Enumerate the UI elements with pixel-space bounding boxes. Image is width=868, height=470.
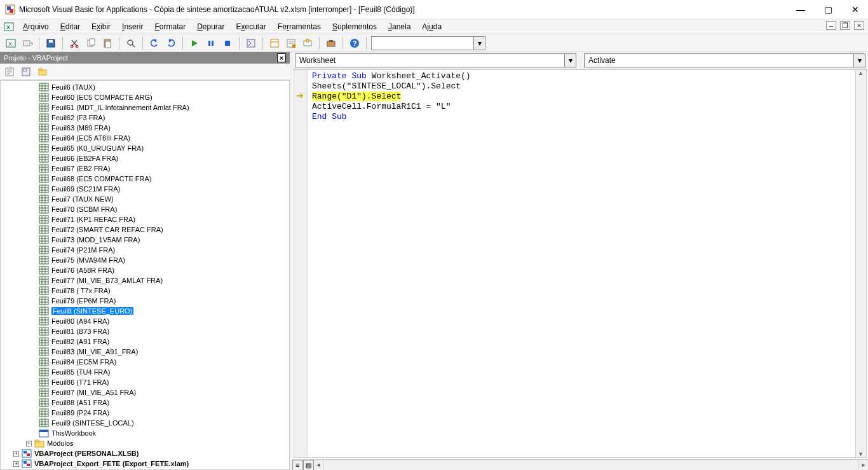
scroll-left-button[interactable]: ◄ [314,462,323,468]
worksheet-icon [39,144,49,153]
tree-item-sheet[interactable]: Feuil66 (EB2FA FRA) [2,153,288,163]
view-object-button[interactable] [19,65,33,79]
tree-item-sheet[interactable]: Feuil63 (M69 FRA) [2,123,288,133]
tree-item-sheet[interactable]: Feuil83 (MI_VIE_A91_FRA) [2,347,288,357]
tree-item-sheet[interactable]: Feuil82 (A91 FRA) [2,336,288,347]
tree-item-sheet[interactable]: Feuil9 (SINTESE_LOCAL) [2,418,288,428]
menu-ajuda[interactable]: Ajuda [417,21,447,32]
tree-item-sheet[interactable]: ThisWorkbook [2,428,288,438]
tree-item-project[interactable]: +VBAProject (PERSONAL.XLSB) [2,448,288,459]
tree-item-sheet[interactable]: Feuil71 (KP1 REFAC FRA) [2,214,288,225]
tree-item-sheet[interactable]: Feuil87 (MI_VIE_A51 FRA) [2,387,288,397]
tree-item-sheet[interactable]: Feuil74 (P21M FRA) [2,245,288,255]
expand-icon[interactable]: + [13,451,19,457]
worksheet-icon [39,337,49,346]
tree-item-sheet[interactable]: Feuil60 (EC5 COMPACTE ARG) [2,92,288,102]
tree-item-sheet[interactable]: Feuil78 ( T7x FRA) [2,286,288,296]
expand-icon[interactable]: + [26,441,32,446]
vertical-scrollbar[interactable] [855,70,866,457]
minimize-button[interactable]: — [792,4,809,15]
menu-inserir[interactable]: Inserir [117,21,148,32]
tree-item-sheet[interactable]: Feuil81 (B73 FRA) [2,326,288,336]
tree-item-sheet[interactable]: Feuil86 (T71 FRA) [2,377,288,387]
close-button[interactable]: ✕ [848,4,863,15]
view-code-button[interactable] [3,65,17,79]
reset-button[interactable] [220,36,234,50]
tree-item-project[interactable]: +VBAProject_Export_FETE (Export_FETE.xla… [2,459,288,469]
menu-exibir[interactable]: Exibir [86,21,116,32]
tree-item-sheet[interactable]: Feuil75 (MVA94M FRA) [2,255,288,265]
menu-janela[interactable]: Janela [383,21,416,32]
tree-item-sheet[interactable]: Feuil8 (SINTESE_EURO) [2,306,288,316]
mdi-restore-button[interactable]: ❐ [840,21,850,30]
project-tree[interactable]: Feuil6 (TAUX)Feuil60 (EC5 COMPACTE ARG)F… [0,80,290,470]
tree-item-sheet[interactable]: Feuil68 (EC5 COMPACTE FRA) [2,174,288,184]
view-excel-button[interactable]: X [4,36,18,50]
tree-item-label: Feuil80 (A94 FRA) [51,317,109,325]
paste-button[interactable] [100,36,114,50]
help-button[interactable]: ? [348,36,362,50]
tree-item-sheet[interactable]: Feuil6 (TAUX) [2,82,288,92]
tree-item-sheet[interactable]: Feuil73 (MOD_1V5AM FRA) [2,235,288,245]
tree-item-sheet[interactable]: Feuil65 (K0_URUGUAY FRA) [2,143,288,153]
project-panel-close-button[interactable]: × [277,53,286,62]
code-text[interactable]: Private Sub Worksheet_Activate() Sheets(… [308,70,855,457]
procedure-combo[interactable]: Activate ▾ [584,53,865,67]
mdi-minimize-button[interactable]: – [826,21,836,30]
run-button[interactable] [187,36,201,50]
full-module-view-button[interactable]: ▤ [303,460,314,471]
tree-item-sheet[interactable]: Feuil67 (EB2 FRA) [2,163,288,174]
expand-icon[interactable]: + [13,461,19,467]
excel-icon[interactable]: X [4,22,14,32]
copy-button[interactable] [84,36,98,50]
menu-editar[interactable]: Editar [55,21,85,32]
find-button[interactable] [124,36,138,50]
tree-item-sheet[interactable]: Feuil62 (F3 FRA) [2,113,288,123]
project-explorer-button[interactable] [268,36,281,50]
tree-item-sheet[interactable]: Feuil7 (TAUX NEW) [2,194,288,204]
toggle-folders-button[interactable] [36,65,50,79]
tree-item-sheet[interactable]: Feuil89 (P24 FRA) [2,408,288,418]
tree-item-sheet[interactable]: Feuil70 (SCBM FRA) [2,204,288,214]
redo-button[interactable] [164,36,178,50]
toolbox-button[interactable] [324,36,338,50]
worksheet-icon [39,296,49,305]
svg-rect-146 [39,287,48,294]
break-button[interactable] [204,36,218,50]
menu-arquivo[interactable]: Arquivo [18,21,54,32]
tree-item-sheet[interactable]: Feuil88 (A51 FRA) [2,397,288,408]
maximize-button[interactable]: ▢ [820,4,836,15]
tree-item-sheet[interactable]: Feuil76 (A58R FRA) [2,265,288,275]
object-browser-button[interactable] [301,36,315,50]
tree-item-sheet[interactable]: Feuil77 (MI_VIE_B73_AMLAT FRA) [2,275,288,286]
tree-item-sheet[interactable]: Feuil61 (MDT_IL Infotainnement Amlat FRA… [2,102,288,113]
procedure-view-button[interactable]: ≡ [292,460,303,471]
tree-item-sheet[interactable]: Feuil80 (A94 FRA) [2,316,288,326]
cut-button[interactable] [67,36,81,50]
menu-executar[interactable]: Executar [231,21,271,32]
svg-rect-46 [39,83,48,91]
design-mode-button[interactable] [244,36,258,50]
code-editor[interactable]: ➔ Private Sub Worksheet_Activate() Sheet… [294,69,867,458]
tree-item-sheet[interactable]: Feuil64 (EC5 AT6III FRA) [2,133,288,143]
tree-item-sheet[interactable]: Feuil85 (TU4 FRA) [2,367,288,377]
tree-item-sheet[interactable]: Feuil69 (SC21M FRA) [2,184,288,194]
menu-depurar[interactable]: Depurar [192,21,229,32]
mdi-close-button[interactable]: × [854,21,864,30]
insert-dropdown-button[interactable] [20,36,34,50]
properties-button[interactable] [284,36,298,50]
menu-ferramentas[interactable]: Ferramentas [273,21,326,32]
menu-suplementos[interactable]: Suplementos [327,21,382,32]
tree-item-label: Feuil9 (SINTESE_LOCAL) [51,419,134,427]
scroll-right-button[interactable]: ► [859,462,868,468]
line-column-combo[interactable]: ▾ [371,36,485,50]
tree-item-sheet[interactable]: Feuil72 (SMART CAR REFAC FRA) [2,225,288,235]
tree-item-sheet[interactable]: Feuil79 (EP6M FRA) [2,296,288,306]
menu-formatar[interactable]: Formatar [149,21,191,32]
tree-item-folder[interactable]: +Módulos [2,438,288,448]
tree-item-sheet[interactable]: Feuil84 (EC5M FRA) [2,357,288,367]
horizontal-scrollbar[interactable] [323,460,859,470]
save-button[interactable] [44,36,58,50]
object-combo[interactable]: Worksheet ▾ [295,53,576,67]
undo-button[interactable] [147,36,161,50]
